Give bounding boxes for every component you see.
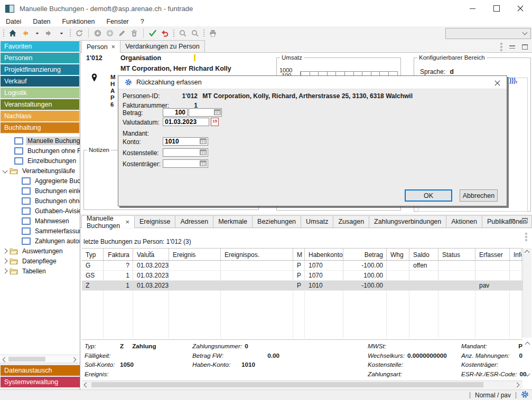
refresh-icon[interactable] (74, 28, 85, 39)
betrag-input[interactable] (163, 108, 188, 117)
dialog-close-button[interactable] (493, 79, 501, 87)
minimize-button[interactable] (461, 0, 484, 17)
tree-item-buchungen-ohne-refe[interactable]: Buchungen ohne Refe (0, 146, 80, 156)
column-header-valuta[interactable]: Valuta (133, 249, 169, 260)
column-header-erfasser[interactable]: Erfasser (475, 249, 510, 260)
menu-item-datei[interactable]: Datei (0, 18, 27, 25)
ok-button[interactable]: OK (405, 189, 452, 202)
print-icon[interactable] (208, 28, 218, 39)
tree-item-buchungen-einlese[interactable]: Buchungen einlese (0, 186, 80, 196)
tree-item-mahnwesen[interactable]: Mahnwesen (0, 216, 80, 226)
tab-ereignisse[interactable]: Ereignisse (134, 215, 175, 227)
chevron-down-icon[interactable] (3, 168, 8, 174)
tab-umsatz[interactable]: Umsatz (301, 215, 333, 227)
close-button[interactable] (508, 0, 532, 17)
sidebar-item-projektfinanzierung[interactable]: Projektfinanzierung (1, 64, 79, 75)
menu-item-help[interactable]: ? (135, 18, 150, 25)
scroll-up-icon[interactable] (525, 342, 530, 347)
tab-aktionen[interactable]: Aktionen (446, 215, 482, 227)
tree-item-aggregierte-buchu[interactable]: Aggregierte Buchu (0, 176, 80, 186)
tab-beziehungen[interactable]: Beziehungen (252, 215, 301, 227)
maximize-button[interactable] (484, 0, 508, 17)
column-header-typ[interactable]: Typ (82, 249, 104, 260)
edit-icon[interactable] (117, 28, 127, 39)
column-header-ereignispos[interactable]: Ereignispos. (221, 249, 293, 260)
column-header-info[interactable]: Info (510, 249, 522, 260)
calendar-icon[interactable]: 15 (211, 118, 219, 126)
column-header-status[interactable]: Status (438, 249, 475, 260)
tab-zusagen[interactable]: Zusagen (333, 215, 369, 227)
column-header-betrag[interactable]: Betrag (343, 249, 387, 260)
table-row[interactable]: GS101.03.2023P1070100.00 (82, 271, 522, 281)
lookup-grid-icon[interactable] (200, 160, 207, 166)
menu-item-fenster[interactable]: Fenster (100, 18, 134, 25)
delete-icon[interactable] (129, 28, 139, 39)
tab-merkmale[interactable]: Merkmale (213, 215, 253, 227)
scrollbar-thumb[interactable] (8, 357, 45, 361)
confirm-icon[interactable] (147, 28, 158, 39)
tab-verdankungen-zu-person[interactable]: Verdankungen zu Person (120, 40, 204, 52)
tree-item-sammelerfassung-s[interactable]: Sammelerfassung S (0, 226, 80, 236)
scroll-right-icon[interactable] (71, 357, 77, 363)
column-header-saldo[interactable]: Saldo (409, 249, 438, 260)
scroll-left-icon[interactable] (3, 357, 8, 363)
column-header-whg[interactable]: Whg (387, 249, 409, 260)
settings-gear-icon[interactable] (521, 391, 529, 400)
sidebar-item-verkauf[interactable]: Verkauf (1, 76, 79, 87)
column-header-m[interactable]: M (293, 249, 305, 260)
pane-menu-icon[interactable] (500, 43, 502, 51)
tab-person[interactable]: Person× (81, 40, 120, 53)
detail-horizontal-scrollbar[interactable] (82, 380, 522, 389)
tab-manuelle-buchungen[interactable]: Manuelle Buchungen× (81, 215, 135, 228)
forward-icon[interactable] (44, 28, 54, 39)
tree-item-datenpflege[interactable]: Datenpflege (0, 256, 80, 266)
pane-maximize-icon[interactable] (522, 44, 528, 50)
undo-icon[interactable] (160, 28, 170, 39)
close-tab-icon[interactable]: × (111, 43, 116, 50)
sidebar-item-favoriten[interactable]: Favoriten (1, 41, 79, 52)
column-header-habenkonto[interactable]: Habenkonto (305, 249, 343, 260)
chevron-right-icon[interactable] (3, 269, 8, 274)
lookup-grid-icon[interactable] (214, 109, 221, 115)
column-header-faktura[interactable]: Faktura (104, 249, 133, 260)
home-icon[interactable] (7, 28, 18, 39)
tab-zahlungsverbindungen[interactable]: Zahlungsverbindungen (369, 215, 446, 227)
sidebar-item-veranstaltungen[interactable]: Veranstaltungen (1, 99, 79, 110)
table-vertical-scrollbar[interactable] (522, 248, 531, 338)
tab-adressen[interactable]: Adressen (175, 215, 213, 227)
tree-item-auswertungen[interactable]: Auswertungen (0, 246, 80, 256)
tree-item-manuelle-buchungen[interactable]: Manuelle Buchungen (0, 136, 80, 146)
back-icon[interactable] (20, 28, 30, 39)
table-row[interactable]: Z101.03.2023P1010-100.00pav (82, 281, 522, 291)
tree-item-tabellen[interactable]: Tabellen (0, 266, 80, 276)
cancel-button[interactable]: Abbrechen (460, 189, 498, 202)
tree-item-verarbeitungsläufe[interactable]: Verarbeitungsläufe (0, 166, 80, 176)
caret-down-icon[interactable] (56, 28, 67, 39)
chevron-right-icon[interactable] (3, 249, 8, 254)
tree-item-einzelbuchungen[interactable]: Einzelbuchungen (0, 156, 80, 166)
sidebar-horizontal-scrollbar[interactable] (0, 355, 80, 363)
table-row[interactable]: G?01.03.2023P1070-100.00offen (82, 261, 522, 271)
valutadatum-input[interactable] (163, 118, 209, 126)
sidebar-item-datenaustausch[interactable]: Datenaustausch (1, 365, 80, 376)
scroll-left-icon[interactable] (84, 383, 89, 388)
toolbar-combobox[interactable] (445, 28, 531, 39)
caret-down-icon[interactable] (32, 28, 42, 39)
sidebar-item-logistik[interactable]: Logistik (1, 88, 79, 98)
tree-item-buchungen-ohne-r[interactable]: Buchungen ohne R (0, 196, 80, 206)
sidebar-item-personen[interactable]: Personen (1, 53, 79, 63)
chevron-right-icon[interactable] (3, 259, 8, 264)
scroll-up-icon[interactable] (525, 250, 530, 255)
sidebar-item-buchhaltung[interactable]: Buchhaltung (1, 122, 79, 133)
scroll-right-icon[interactable] (515, 383, 520, 388)
pane-menu-icon[interactable] (525, 233, 527, 241)
add-icon[interactable] (92, 28, 103, 39)
menu-item-funktionen[interactable]: Funktionen (57, 18, 101, 25)
tree-item-guthaben-avisieru[interactable]: Guthaben-Avisieru (0, 206, 80, 216)
close-tab-icon[interactable]: × (125, 218, 129, 225)
add-secondary-icon[interactable] (105, 28, 115, 39)
lookup-grid-icon[interactable] (200, 138, 207, 144)
sidebar-item-nachlass[interactable]: Nachlass (1, 111, 79, 121)
tree-item-zahlungen-automat[interactable]: Zahlungen automat (0, 236, 80, 246)
column-header-ereignis[interactable]: Ereignis (169, 249, 221, 260)
